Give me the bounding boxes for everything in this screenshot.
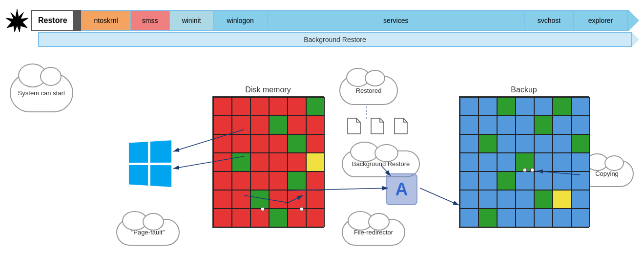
backup-cell xyxy=(571,209,590,227)
disk-grid xyxy=(212,96,324,228)
bg-restore-row: Background Restore xyxy=(38,32,639,47)
backup-cell xyxy=(478,134,497,153)
backup-cell xyxy=(516,171,534,190)
bg-restore-bar: Background Restore xyxy=(38,32,632,47)
cloud-file-redirector: File-redirector xyxy=(342,219,405,246)
bg-restore-arrow xyxy=(632,32,639,47)
backup-cell xyxy=(534,153,553,171)
top-bar: Restore ntoskrnl smss wininit winlogon s… xyxy=(5,9,639,47)
backup-cell xyxy=(516,153,534,171)
disk-memory-section: Disk memory xyxy=(212,85,324,228)
disk-cell xyxy=(250,97,269,116)
backup-cell xyxy=(553,116,571,134)
backup-label: Backup xyxy=(459,85,589,94)
backup-cell xyxy=(553,209,571,227)
backup-cell xyxy=(553,134,571,153)
disk-cell xyxy=(306,97,325,116)
disk-cell xyxy=(288,209,306,227)
backup-cell xyxy=(460,153,478,171)
proc-services: services xyxy=(268,11,525,30)
disk-cell xyxy=(269,116,288,134)
backup-cell xyxy=(460,190,478,209)
disk-cell xyxy=(232,134,250,153)
proc-wininit: wininit xyxy=(170,11,214,30)
thin-rect xyxy=(74,10,81,31)
disk-cell xyxy=(213,153,232,171)
disk-cell xyxy=(250,190,269,209)
disk-cell xyxy=(213,134,232,153)
svg-marker-2 xyxy=(371,118,384,134)
disk-cell xyxy=(306,134,325,153)
backup-cell xyxy=(460,97,478,116)
disk-cell xyxy=(250,134,269,153)
backup-cell xyxy=(497,97,516,116)
backup-cell xyxy=(478,97,497,116)
disk-cell xyxy=(306,116,325,134)
backup-cell xyxy=(571,153,590,171)
disk-cell xyxy=(306,209,325,227)
svg-line-10 xyxy=(420,188,459,205)
file-redirector-text: File-redirector xyxy=(354,229,393,236)
backup-cell xyxy=(534,190,553,209)
burst-icon xyxy=(5,8,29,33)
svg-marker-0 xyxy=(6,9,28,32)
disk-cell xyxy=(250,116,269,134)
disk-cell xyxy=(213,171,232,190)
backup-cell xyxy=(478,153,497,171)
backup-cell xyxy=(516,134,534,153)
disk-cell xyxy=(306,153,325,171)
backup-cell xyxy=(478,171,497,190)
win-pane-tl xyxy=(129,142,148,162)
backup-cell xyxy=(460,171,478,190)
backup-cell xyxy=(497,134,516,153)
disk-cell xyxy=(232,190,250,209)
page-fault-text: "Page-fault" xyxy=(131,229,165,236)
backup-cell xyxy=(516,116,534,134)
disk-cell xyxy=(213,97,232,116)
disk-cell xyxy=(288,153,306,171)
backup-cell xyxy=(497,209,516,227)
proc-winlogon: winlogon xyxy=(214,11,268,30)
process-blocks: ntoskrnl smss wininit winlogon services … xyxy=(81,10,628,31)
backup-cell xyxy=(460,116,478,134)
cloud-page-fault: "Page-fault" xyxy=(116,219,180,246)
backup-cell xyxy=(534,171,553,190)
disk-cell xyxy=(288,171,306,190)
windows-logo-graphic xyxy=(129,140,171,187)
proc-explorer: explorer xyxy=(574,11,627,30)
cloud-restored: Restored xyxy=(339,76,398,105)
disk-cell xyxy=(288,97,306,116)
backup-grid xyxy=(459,96,589,228)
page-icon-3 xyxy=(394,117,408,135)
disk-cell xyxy=(213,116,232,134)
restored-text: Restored xyxy=(356,87,382,94)
backup-cell xyxy=(571,116,590,134)
backup-cell xyxy=(534,116,553,134)
disk-cell xyxy=(250,153,269,171)
proc-ntoskrnl: ntoskrnl xyxy=(82,11,131,30)
backup-cell xyxy=(460,134,478,153)
disk-cell xyxy=(306,190,325,209)
backup-cell xyxy=(553,171,571,190)
disk-cell xyxy=(213,209,232,227)
disk-cell xyxy=(232,97,250,116)
process-row: Restore ntoskrnl smss wininit winlogon s… xyxy=(5,9,639,32)
backup-cell xyxy=(534,209,553,227)
backup-cell xyxy=(497,171,516,190)
disk-cell xyxy=(269,153,288,171)
copying-text: Copying xyxy=(595,170,619,177)
font-icon-a: A xyxy=(386,173,417,205)
backup-cell xyxy=(553,190,571,209)
windows-logo xyxy=(127,142,176,190)
backup-cell xyxy=(516,209,534,227)
backup-cell xyxy=(534,97,553,116)
win-pane-tr xyxy=(150,140,171,162)
cloud-system-can-start: System can start xyxy=(10,73,73,112)
disk-cell xyxy=(269,209,288,227)
backup-cell xyxy=(497,190,516,209)
proc-smss: smss xyxy=(131,11,170,30)
backup-section: Backup xyxy=(459,85,589,228)
backup-cell xyxy=(460,209,478,227)
disk-cell xyxy=(250,209,269,227)
restore-box: Restore xyxy=(31,10,74,31)
